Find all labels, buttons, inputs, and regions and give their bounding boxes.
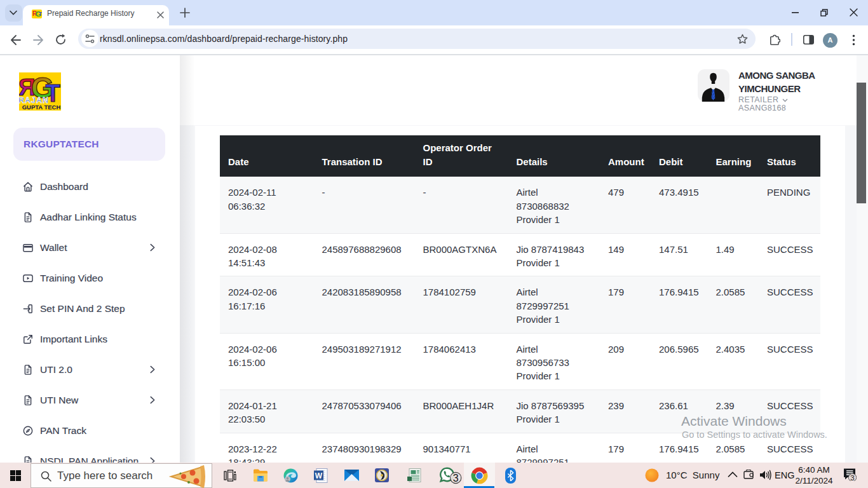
svg-text:3: 3: [850, 474, 854, 481]
svg-text:3: 3: [453, 473, 459, 484]
svg-text:GUPTA TECH: GUPTA TECH: [22, 104, 61, 111]
svg-text:T: T: [39, 11, 42, 17]
svg-text:W: W: [315, 471, 323, 480]
